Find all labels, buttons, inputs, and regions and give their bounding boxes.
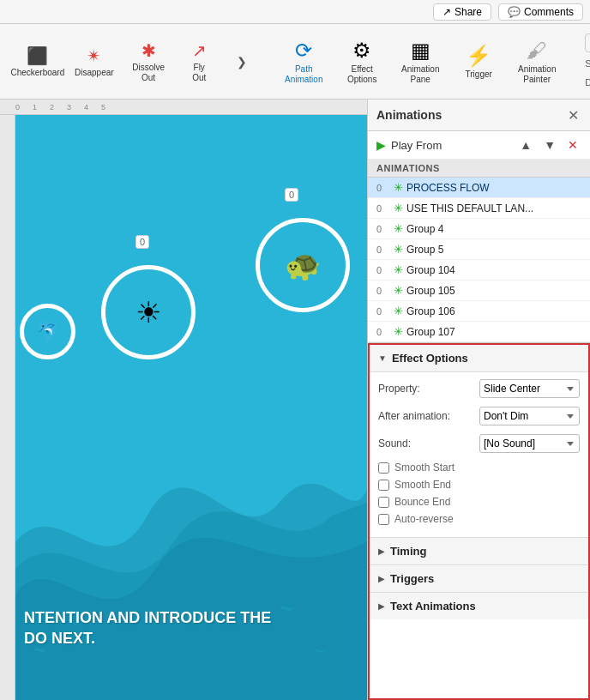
anim-row-4[interactable]: 0 ✳ Group 104: [368, 260, 590, 281]
anim-row-5[interactable]: 0 ✳ Group 105: [368, 281, 590, 301]
auto-reverse-row: Auto-reverse: [378, 513, 580, 525]
slide-area: 0 1 2 3 4 5 ~ ~ ~ ~ 🐬: [0, 100, 367, 700]
path-animation-label: Path Animation: [285, 64, 322, 85]
effect-options-icon: ⚙: [352, 39, 371, 63]
anim-name-5: Group 105: [406, 285, 581, 297]
bounce-end-label: Bounce End: [394, 496, 450, 508]
comments-button[interactable]: 💬 Comments: [498, 3, 583, 21]
anim-icon-0: ✳: [394, 181, 403, 194]
play-icon: ▶: [376, 138, 386, 152]
toolbar-item-effect-options[interactable]: ⚙ EffectOptions: [334, 33, 389, 90]
anim-name-7: Group 107: [406, 326, 581, 338]
after-animation-select[interactable]: Don't Dim: [479, 407, 580, 425]
sound-select[interactable]: [No Sound]: [479, 434, 580, 453]
anim-icon-7: ✳: [394, 325, 403, 338]
property-label: Property:: [378, 383, 473, 395]
toolbar-animation-group: ⬛ Checkerboard ✴ Disappear ✱ Dissolve Ou…: [7, 37, 262, 87]
anim-name-0: PROCESS FLOW: [406, 182, 581, 194]
play-from-bar: ▶ Play From ▲ ▼ ✕: [368, 131, 590, 160]
anim-icon-5: ✳: [394, 284, 403, 297]
after-animation-row: After animation: Don't Dim: [378, 407, 580, 425]
anim-row-1[interactable]: 0 ✳ USE THIS DEFAULT LAN...: [368, 198, 590, 219]
delete-animation-button[interactable]: ✕: [564, 136, 581, 154]
anim-row-0[interactable]: 0 ✳ PROCESS FLOW: [368, 178, 590, 198]
toolbar-item-checkerboard[interactable]: ⬛ Checkerboard: [7, 42, 69, 81]
toolbar-item-more-effects[interactable]: ❯: [221, 51, 262, 72]
animations-header: Animations ✕: [368, 100, 590, 131]
animation-pane-label: AnimationPane: [401, 64, 439, 85]
triggers-section[interactable]: ▶ Triggers: [370, 564, 588, 592]
close-button[interactable]: ✕: [564, 106, 581, 124]
bounce-end-checkbox[interactable]: [378, 497, 389, 508]
animation-painter-icon: 🖌: [527, 39, 547, 63]
toolbar-item-animation-pane[interactable]: ▦ AnimationPane: [393, 33, 448, 90]
timing-section[interactable]: ▶ Timing: [370, 537, 588, 564]
turtle-circle: 🐢: [256, 218, 350, 312]
ruler-vertical: [0, 115, 15, 700]
text-animations-section[interactable]: ▶ Text Animations: [370, 592, 588, 619]
right-panel: Animations ✕ ▶ Play From ▲ ▼ ✕ ANIMATION…: [367, 100, 590, 700]
auto-reverse-checkbox[interactable]: [378, 514, 389, 525]
anim-row-6[interactable]: 0 ✳ Group 106: [368, 301, 590, 322]
after-animation-label: After animation:: [378, 410, 473, 422]
main-area: 0 1 2 3 4 5 ~ ~ ~ ~ 🐬: [0, 100, 590, 700]
dolphin-circle: 🐬: [20, 304, 75, 359]
anim-row-7[interactable]: 0 ✳ Group 107: [368, 322, 590, 342]
trigger-icon: ⚡: [466, 44, 491, 68]
smooth-start-row: Smooth Start: [378, 462, 580, 474]
property-select[interactable]: Slide Center: [479, 379, 580, 398]
toolbar: ⬛ Checkerboard ✴ Disappear ✱ Dissolve Ou…: [0, 24, 590, 100]
slide-text: NTENTION AND INTRODUCE THE DO NEXT.: [24, 608, 358, 649]
duration-row: Duration: ▲ ▼: [585, 75, 590, 90]
counter-box-1: 0: [285, 188, 298, 202]
share-icon: ↗: [442, 6, 451, 18]
animation-pane-icon: ▦: [411, 39, 430, 63]
effect-options-label: EffectOptions: [347, 64, 376, 85]
anim-row-2[interactable]: 0 ✳ Group 4: [368, 219, 590, 239]
bounce-end-row: Bounce End: [378, 496, 580, 508]
counter-value-1: 0: [289, 190, 294, 200]
toolbar-item-disappear[interactable]: ✴ Disappear: [70, 42, 118, 81]
previous-button[interactable]: ▶ Previous: [585, 33, 590, 52]
comments-label: Comments: [524, 6, 574, 18]
dolphin-icon: 🐬: [36, 321, 59, 343]
toolbar-item-fly-out[interactable]: ↗ Fly Out: [178, 37, 220, 87]
animations-list: 0 ✳ PROCESS FLOW 0 ✳ USE THIS DEFAULT LA…: [368, 178, 590, 342]
effect-options-panel: ▼ Effect Options Property: Slide Center …: [368, 343, 590, 700]
anim-name-3: Group 5: [406, 244, 581, 256]
toolbar-item-dissolve-out[interactable]: ✱ Dissolve Out: [120, 37, 177, 87]
animation-painter-label: AnimationPainter: [518, 64, 556, 85]
anim-name-1: USE THIS DEFAULT LAN...: [406, 202, 581, 214]
property-row: Property: Slide Center: [378, 379, 580, 398]
animations-panel: Animations ✕ ▶ Play From ▲ ▼ ✕ ANIMATION…: [368, 100, 590, 343]
ruler-horizontal: 0 1 2 3 4 5: [0, 100, 367, 115]
checkerboard-icon: ⬛: [27, 45, 48, 66]
smooth-end-row: Smooth End: [378, 479, 580, 491]
toolbar-item-path-animation[interactable]: ⟳ Path Animation: [276, 33, 331, 90]
sound-label: Sound:: [378, 438, 473, 450]
playback-controls: ▶ Previous Start: With Previous Duration…: [578, 33, 590, 90]
move-up-button[interactable]: ▲: [516, 136, 535, 154]
disappear-label: Disappear: [75, 68, 114, 78]
smooth-end-checkbox[interactable]: [378, 480, 389, 491]
toolbar-item-animation-painter[interactable]: 🖌 AnimationPainter: [509, 33, 564, 90]
anim-row-3[interactable]: 0 ✳ Group 5: [368, 239, 590, 260]
smooth-start-label: Smooth Start: [394, 462, 455, 474]
disappear-icon: ✴: [87, 45, 101, 66]
smooth-start-checkbox[interactable]: [378, 462, 389, 474]
play-from-label[interactable]: Play From: [391, 139, 442, 152]
animations-column-header: ANIMATIONS: [368, 160, 590, 178]
effect-options-header[interactable]: ▼ Effect Options: [370, 345, 588, 372]
move-down-button[interactable]: ▼: [540, 136, 559, 154]
anim-icon-2: ✳: [394, 222, 403, 235]
sun-circle: ☀: [101, 265, 196, 359]
animations-title: Animations: [376, 108, 442, 122]
anim-icon-3: ✳: [394, 243, 403, 256]
effect-options-body: Property: Slide Center After animation: …: [370, 372, 588, 537]
auto-reverse-label: Auto-reverse: [394, 513, 454, 525]
toolbar-item-trigger[interactable]: ⚡ Trigger: [451, 39, 506, 85]
slide-content: ~ ~ ~ ~ 🐬 ☀ 🐢 0 0: [15, 115, 367, 700]
fly-out-label: Fly Out: [185, 63, 213, 83]
share-button[interactable]: ↗ Share: [433, 3, 491, 21]
start-label: Start:: [585, 58, 590, 69]
